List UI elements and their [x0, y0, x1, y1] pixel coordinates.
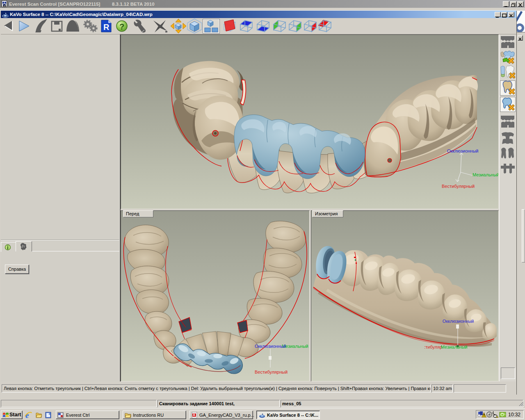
svg-text:Мезиальный: Мезиальный	[441, 345, 468, 349]
svg-text:Окклюзионный: Окклюзионный	[443, 319, 474, 324]
svg-text:R: R	[103, 23, 110, 32]
svg-text:Окклюзионный: Окклюзионный	[447, 148, 478, 153]
svg-text:Окклюзионный: Окклюзионный	[255, 344, 286, 349]
svg-text:Вестибулярный: Вестибулярный	[255, 370, 288, 374]
svg-text::тибуляр: :тибуляр	[424, 345, 442, 349]
svg-text:Мезиальный: Мезиальный	[472, 172, 498, 177]
svg-text:Вестибулярный: Вестибулярный	[442, 184, 475, 189]
svg-text:?: ?	[119, 22, 124, 31]
